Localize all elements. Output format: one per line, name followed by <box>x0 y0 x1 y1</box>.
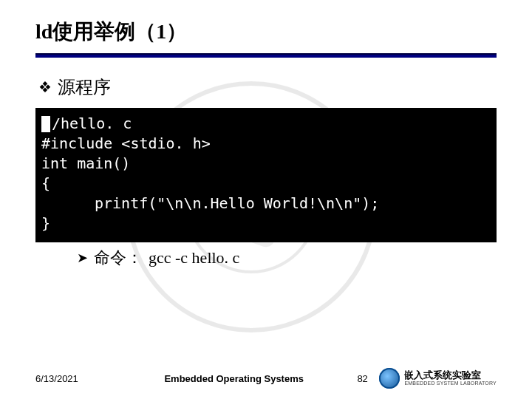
slide: ld使用举例（1） ❖ 源程序 /hello. c #include <stdi… <box>0 0 532 399</box>
slide-title: ld使用举例（1） <box>35 18 497 46</box>
code-block: /hello. c #include <stdio. h> int main()… <box>35 108 497 242</box>
sub-bullet-label: 命令： <box>94 247 143 269</box>
footer: 6/13/2021 Embedded Operating Systems 82 … <box>0 368 532 389</box>
footer-page-number: 82 <box>357 373 379 384</box>
code-line-6: printf("\n\n.Hello World!\n\n"); <box>95 194 379 212</box>
code-line-4: int main() <box>41 154 491 174</box>
code-line-7: } <box>41 214 491 233</box>
sub-bullet-command: gcc -c hello. c <box>149 248 239 267</box>
sub-bullet: ➤ 命令： gcc -c hello. c <box>77 247 497 269</box>
arrow-bullet-icon: ➤ <box>77 250 88 266</box>
footer-date: 6/13/2021 <box>35 373 117 384</box>
code-line-3: #include <stdio. h> <box>41 134 491 154</box>
code-line-5: { <box>41 174 491 194</box>
bullet-main: ❖ 源程序 <box>38 75 497 99</box>
text-cursor <box>41 116 50 132</box>
footer-lab-badge: 嵌入式系统实验室 EMBEDDED SYSTEM LABORATORY <box>379 368 497 389</box>
lab-name-cn: 嵌入式系统实验室 <box>404 370 497 381</box>
diamond-bullet-icon: ❖ <box>38 80 52 95</box>
code-line-1: /hello. c <box>52 115 132 132</box>
lab-logo-icon <box>379 368 400 389</box>
title-underline <box>35 53 497 58</box>
lab-text: 嵌入式系统实验室 EMBEDDED SYSTEM LABORATORY <box>404 370 497 386</box>
footer-title: Embedded Operating Systems <box>117 373 351 384</box>
lab-name-en: EMBEDDED SYSTEM LABORATORY <box>404 381 497 386</box>
bullet-main-text: 源程序 <box>58 75 111 99</box>
